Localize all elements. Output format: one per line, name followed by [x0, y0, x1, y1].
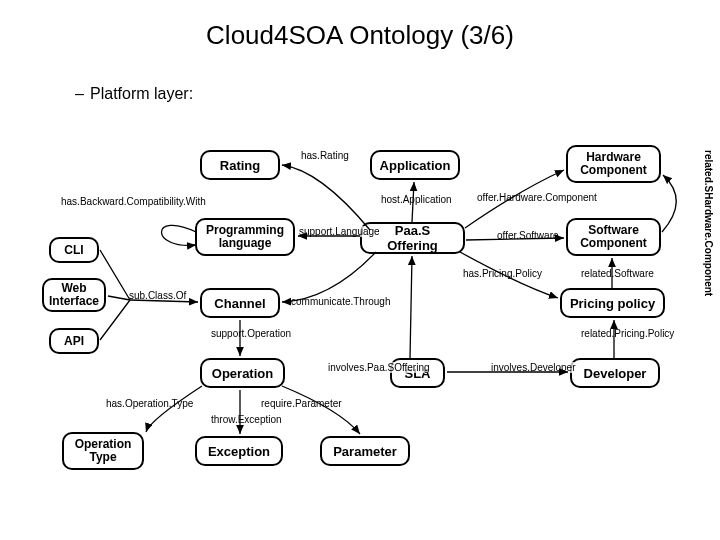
subtitle: Platform layer: [90, 85, 193, 103]
edge-has-pricing-policy: has.Pricing.Policy [462, 268, 543, 279]
edge-sub-class-of: sub.Class.Of [128, 290, 187, 301]
node-application: Application [370, 150, 460, 180]
edge-has-rating: has.Rating [300, 150, 350, 161]
node-operation: Operation [200, 358, 285, 388]
edge-support-language: support.Language [298, 226, 381, 237]
edge-communicate-through: communicate.Through [290, 296, 392, 307]
node-operation-type: Operation Type [62, 432, 144, 470]
edge-offer-hardware: offer.Hardware.Component [476, 192, 598, 203]
node-exception: Exception [195, 436, 283, 466]
edge-related-pricing: related.Pricing.Policy [580, 328, 675, 339]
edge-require-parameter: require.Parameter [260, 398, 343, 409]
node-programming-language: Programming language [195, 218, 295, 256]
edge-has-operation-type: has.Operation.Type [105, 398, 194, 409]
edge-involves-developer: involves.Developer [490, 362, 577, 373]
edge-host-application: host.Application [380, 194, 453, 205]
page-title: Cloud4SOA Ontology (3/6) [0, 20, 720, 51]
node-software-component: Software Component [566, 218, 661, 256]
node-pricing-policy: Pricing policy [560, 288, 665, 318]
edge-involves-paas: involves.Paa.SOffering [327, 362, 431, 373]
node-cli: CLI [49, 237, 99, 263]
side-label: related.SHardware.Component [703, 150, 714, 296]
node-parameter: Parameter [320, 436, 410, 466]
node-hardware-component: Hardware Component [566, 145, 661, 183]
node-channel: Channel [200, 288, 280, 318]
edge-support-operation: support.Operation [210, 328, 292, 339]
edge-offer-software: offer.Software [496, 230, 560, 241]
bullet-dash: – [75, 85, 84, 103]
node-api: API [49, 328, 99, 354]
node-rating: Rating [200, 150, 280, 180]
edge-related-software: related.Software [580, 268, 655, 279]
edge-throw-exception: throw.Exception [210, 414, 283, 425]
edge-has-backward-compat: has.Backward.Compatibility.With [60, 196, 207, 207]
node-developer: Developer [570, 358, 660, 388]
node-web-interface: Web Interface [42, 278, 106, 312]
